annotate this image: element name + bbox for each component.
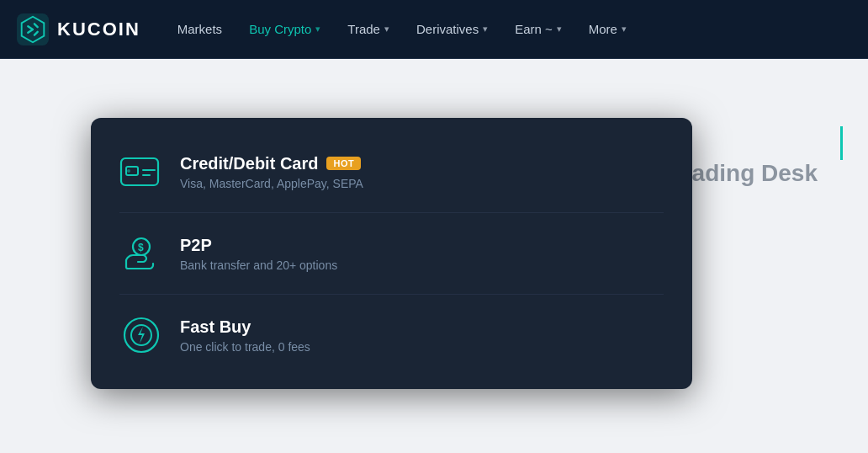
- teal-accent-bar: [840, 126, 843, 160]
- chevron-down-icon: ▾: [622, 24, 627, 35]
- chevron-down-icon: ▾: [384, 24, 389, 35]
- nav-items: Markets Buy Crypto ▾ Trade ▾ Derivatives…: [166, 15, 851, 43]
- chevron-down-icon: ▾: [483, 24, 488, 35]
- credit-debit-title: Credit/Debit Card: [180, 154, 318, 173]
- svg-point-5: [127, 169, 130, 173]
- card-icon: [119, 150, 163, 194]
- hot-badge: HOT: [326, 157, 361, 170]
- credit-debit-subtitle: Visa, MasterCard, ApplePay, SEPA: [180, 177, 363, 190]
- menu-item-fast-buy[interactable]: Fast Buy One click to trade, 0 fees: [99, 298, 684, 372]
- p2p-title-row: P2P: [180, 236, 337, 255]
- fast-buy-icon: [119, 313, 163, 357]
- chevron-down-icon: ▾: [315, 24, 320, 35]
- nav-buy-crypto[interactable]: Buy Crypto ▾: [237, 15, 332, 43]
- logo-text: KUCOIN: [57, 19, 140, 40]
- navbar: KUCOIN Markets Buy Crypto ▾ Trade ▾ Deri…: [0, 0, 868, 59]
- p2p-text: P2P Bank transfer and 20+ options: [180, 236, 337, 272]
- trading-desk-bg-text: rading Desk: [683, 160, 818, 187]
- divider-1: [119, 212, 664, 213]
- buy-crypto-dropdown: Credit/Debit Card HOT Visa, MasterCard, …: [91, 118, 692, 389]
- nav-derivatives[interactable]: Derivatives ▾: [405, 15, 500, 43]
- divider-2: [119, 294, 664, 295]
- credit-debit-title-row: Credit/Debit Card HOT: [180, 154, 363, 173]
- menu-item-p2p[interactable]: $ P2P Bank transfer and 20+ options: [99, 216, 684, 290]
- chevron-down-icon: ▾: [557, 24, 562, 35]
- nav-markets[interactable]: Markets: [166, 15, 234, 43]
- logo[interactable]: KUCOIN: [17, 13, 140, 45]
- p2p-subtitle: Bank transfer and 20+ options: [180, 258, 337, 272]
- menu-item-credit-debit[interactable]: Credit/Debit Card HOT Visa, MasterCard, …: [99, 135, 684, 209]
- p2p-title: P2P: [180, 236, 212, 255]
- fast-buy-subtitle: One click to trade, 0 fees: [180, 340, 310, 354]
- credit-debit-text: Credit/Debit Card HOT Visa, MasterCard, …: [180, 154, 363, 190]
- fast-buy-text: Fast Buy One click to trade, 0 fees: [180, 317, 310, 354]
- svg-text:$: $: [138, 242, 144, 253]
- content-area: rading Desk Credit/Debit Card HOT Visa,: [0, 59, 868, 453]
- nav-trade[interactable]: Trade ▾: [336, 15, 401, 43]
- nav-earn[interactable]: Earn ~ ▾: [503, 15, 574, 43]
- fast-buy-title: Fast Buy: [180, 317, 251, 337]
- p2p-icon: $: [119, 232, 163, 275]
- kucoin-logo-icon: [17, 13, 49, 45]
- fast-buy-title-row: Fast Buy: [180, 317, 310, 337]
- nav-more[interactable]: More ▾: [577, 15, 638, 43]
